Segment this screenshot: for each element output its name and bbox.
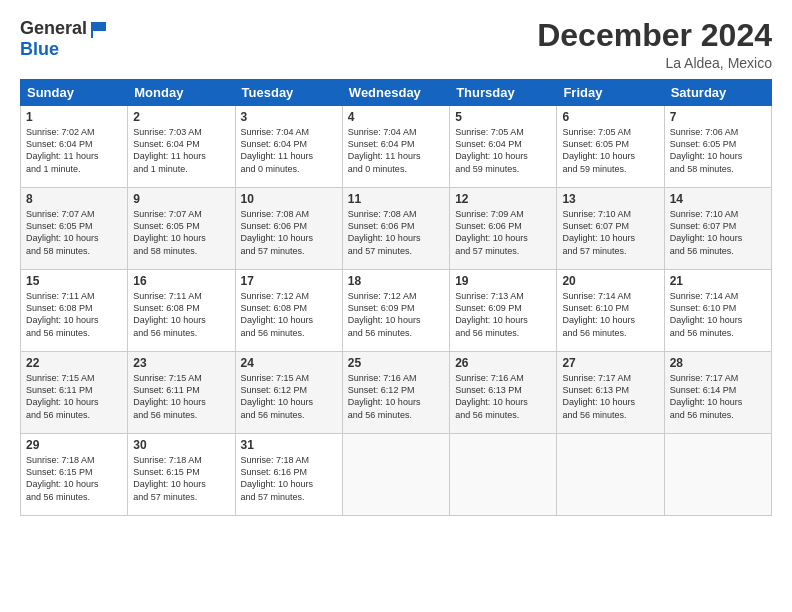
day-info: Sunrise: 7:12 AM Sunset: 6:08 PM Dayligh…: [241, 290, 337, 339]
day-info: Sunrise: 7:18 AM Sunset: 6:15 PM Dayligh…: [26, 454, 122, 503]
day-info: Sunrise: 7:07 AM Sunset: 6:05 PM Dayligh…: [26, 208, 122, 257]
calendar-cell: 21Sunrise: 7:14 AM Sunset: 6:10 PM Dayli…: [664, 270, 771, 352]
day-number: 17: [241, 274, 337, 288]
day-info: Sunrise: 7:14 AM Sunset: 6:10 PM Dayligh…: [670, 290, 766, 339]
calendar: Sunday Monday Tuesday Wednesday Thursday…: [20, 79, 772, 516]
calendar-cell: 23Sunrise: 7:15 AM Sunset: 6:11 PM Dayli…: [128, 352, 235, 434]
day-number: 18: [348, 274, 444, 288]
day-number: 4: [348, 110, 444, 124]
col-wednesday: Wednesday: [342, 80, 449, 106]
day-info: Sunrise: 7:15 AM Sunset: 6:12 PM Dayligh…: [241, 372, 337, 421]
calendar-cell: 27Sunrise: 7:17 AM Sunset: 6:13 PM Dayli…: [557, 352, 664, 434]
calendar-cell: 22Sunrise: 7:15 AM Sunset: 6:11 PM Dayli…: [21, 352, 128, 434]
col-monday: Monday: [128, 80, 235, 106]
day-info: Sunrise: 7:18 AM Sunset: 6:16 PM Dayligh…: [241, 454, 337, 503]
day-number: 28: [670, 356, 766, 370]
calendar-cell: [557, 434, 664, 516]
calendar-cell: 24Sunrise: 7:15 AM Sunset: 6:12 PM Dayli…: [235, 352, 342, 434]
day-info: Sunrise: 7:10 AM Sunset: 6:07 PM Dayligh…: [670, 208, 766, 257]
day-number: 27: [562, 356, 658, 370]
col-sunday: Sunday: [21, 80, 128, 106]
calendar-cell: 28Sunrise: 7:17 AM Sunset: 6:14 PM Dayli…: [664, 352, 771, 434]
day-info: Sunrise: 7:09 AM Sunset: 6:06 PM Dayligh…: [455, 208, 551, 257]
calendar-cell: 14Sunrise: 7:10 AM Sunset: 6:07 PM Dayli…: [664, 188, 771, 270]
col-saturday: Saturday: [664, 80, 771, 106]
day-number: 31: [241, 438, 337, 452]
col-friday: Friday: [557, 80, 664, 106]
calendar-cell: 10Sunrise: 7:08 AM Sunset: 6:06 PM Dayli…: [235, 188, 342, 270]
day-info: Sunrise: 7:08 AM Sunset: 6:06 PM Dayligh…: [241, 208, 337, 257]
calendar-cell: 25Sunrise: 7:16 AM Sunset: 6:12 PM Dayli…: [342, 352, 449, 434]
day-info: Sunrise: 7:04 AM Sunset: 6:04 PM Dayligh…: [348, 126, 444, 175]
month-title: December 2024: [537, 18, 772, 53]
col-tuesday: Tuesday: [235, 80, 342, 106]
day-number: 25: [348, 356, 444, 370]
calendar-cell: 30Sunrise: 7:18 AM Sunset: 6:15 PM Dayli…: [128, 434, 235, 516]
day-number: 20: [562, 274, 658, 288]
calendar-cell: 18Sunrise: 7:12 AM Sunset: 6:09 PM Dayli…: [342, 270, 449, 352]
day-number: 2: [133, 110, 229, 124]
day-info: Sunrise: 7:15 AM Sunset: 6:11 PM Dayligh…: [133, 372, 229, 421]
calendar-cell: [450, 434, 557, 516]
svg-marker-0: [92, 22, 106, 31]
day-number: 12: [455, 192, 551, 206]
day-info: Sunrise: 7:02 AM Sunset: 6:04 PM Dayligh…: [26, 126, 122, 175]
logo-blue: Blue: [20, 39, 59, 59]
calendar-cell: 19Sunrise: 7:13 AM Sunset: 6:09 PM Dayli…: [450, 270, 557, 352]
day-info: Sunrise: 7:08 AM Sunset: 6:06 PM Dayligh…: [348, 208, 444, 257]
calendar-cell: 8Sunrise: 7:07 AM Sunset: 6:05 PM Daylig…: [21, 188, 128, 270]
header: General Blue December 2024 La Aldea, Mex…: [20, 18, 772, 71]
day-info: Sunrise: 7:07 AM Sunset: 6:05 PM Dayligh…: [133, 208, 229, 257]
calendar-cell: 11Sunrise: 7:08 AM Sunset: 6:06 PM Dayli…: [342, 188, 449, 270]
day-info: Sunrise: 7:16 AM Sunset: 6:12 PM Dayligh…: [348, 372, 444, 421]
day-number: 7: [670, 110, 766, 124]
day-info: Sunrise: 7:11 AM Sunset: 6:08 PM Dayligh…: [133, 290, 229, 339]
col-thursday: Thursday: [450, 80, 557, 106]
calendar-cell: 4Sunrise: 7:04 AM Sunset: 6:04 PM Daylig…: [342, 106, 449, 188]
day-number: 9: [133, 192, 229, 206]
day-info: Sunrise: 7:11 AM Sunset: 6:08 PM Dayligh…: [26, 290, 122, 339]
day-number: 26: [455, 356, 551, 370]
day-info: Sunrise: 7:14 AM Sunset: 6:10 PM Dayligh…: [562, 290, 658, 339]
calendar-cell: 5Sunrise: 7:05 AM Sunset: 6:04 PM Daylig…: [450, 106, 557, 188]
calendar-cell: 15Sunrise: 7:11 AM Sunset: 6:08 PM Dayli…: [21, 270, 128, 352]
calendar-cell: 31Sunrise: 7:18 AM Sunset: 6:16 PM Dayli…: [235, 434, 342, 516]
day-number: 5: [455, 110, 551, 124]
day-number: 1: [26, 110, 122, 124]
day-info: Sunrise: 7:10 AM Sunset: 6:07 PM Dayligh…: [562, 208, 658, 257]
calendar-cell: 6Sunrise: 7:05 AM Sunset: 6:05 PM Daylig…: [557, 106, 664, 188]
calendar-cell: 16Sunrise: 7:11 AM Sunset: 6:08 PM Dayli…: [128, 270, 235, 352]
calendar-cell: 17Sunrise: 7:12 AM Sunset: 6:08 PM Dayli…: [235, 270, 342, 352]
calendar-cell: 3Sunrise: 7:04 AM Sunset: 6:04 PM Daylig…: [235, 106, 342, 188]
calendar-cell: [342, 434, 449, 516]
day-info: Sunrise: 7:12 AM Sunset: 6:09 PM Dayligh…: [348, 290, 444, 339]
calendar-cell: 9Sunrise: 7:07 AM Sunset: 6:05 PM Daylig…: [128, 188, 235, 270]
day-number: 3: [241, 110, 337, 124]
calendar-week-1: 1Sunrise: 7:02 AM Sunset: 6:04 PM Daylig…: [21, 106, 772, 188]
calendar-cell: 26Sunrise: 7:16 AM Sunset: 6:13 PM Dayli…: [450, 352, 557, 434]
day-number: 11: [348, 192, 444, 206]
day-number: 6: [562, 110, 658, 124]
title-area: December 2024 La Aldea, Mexico: [537, 18, 772, 71]
page: General Blue December 2024 La Aldea, Mex…: [0, 0, 792, 612]
day-info: Sunrise: 7:17 AM Sunset: 6:13 PM Dayligh…: [562, 372, 658, 421]
day-info: Sunrise: 7:17 AM Sunset: 6:14 PM Dayligh…: [670, 372, 766, 421]
day-info: Sunrise: 7:04 AM Sunset: 6:04 PM Dayligh…: [241, 126, 337, 175]
calendar-week-2: 8Sunrise: 7:07 AM Sunset: 6:05 PM Daylig…: [21, 188, 772, 270]
header-row: Sunday Monday Tuesday Wednesday Thursday…: [21, 80, 772, 106]
calendar-week-3: 15Sunrise: 7:11 AM Sunset: 6:08 PM Dayli…: [21, 270, 772, 352]
day-number: 16: [133, 274, 229, 288]
day-number: 21: [670, 274, 766, 288]
day-info: Sunrise: 7:05 AM Sunset: 6:04 PM Dayligh…: [455, 126, 551, 175]
day-number: 15: [26, 274, 122, 288]
logo-flag-icon: [88, 18, 110, 40]
logo: General Blue: [20, 18, 110, 60]
calendar-cell: 13Sunrise: 7:10 AM Sunset: 6:07 PM Dayli…: [557, 188, 664, 270]
calendar-body: 1Sunrise: 7:02 AM Sunset: 6:04 PM Daylig…: [21, 106, 772, 516]
calendar-cell: 20Sunrise: 7:14 AM Sunset: 6:10 PM Dayli…: [557, 270, 664, 352]
day-info: Sunrise: 7:05 AM Sunset: 6:05 PM Dayligh…: [562, 126, 658, 175]
day-number: 8: [26, 192, 122, 206]
svg-rect-1: [91, 22, 93, 38]
day-number: 13: [562, 192, 658, 206]
day-number: 14: [670, 192, 766, 206]
